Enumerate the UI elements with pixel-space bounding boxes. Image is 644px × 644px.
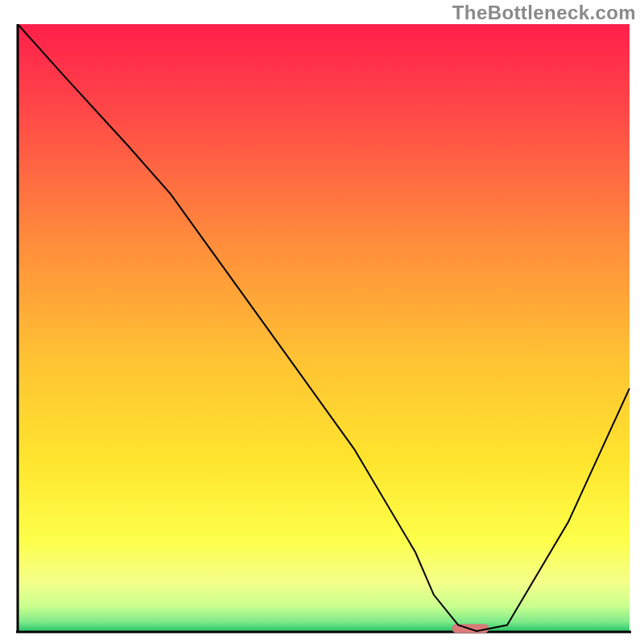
- watermark-text: TheBottleneck.com: [452, 2, 636, 24]
- chart-container: { "watermark": "TheBottleneck.com", "cha…: [0, 0, 644, 644]
- bottleneck-chart: [16, 24, 631, 636]
- plot-background: [18, 24, 630, 631]
